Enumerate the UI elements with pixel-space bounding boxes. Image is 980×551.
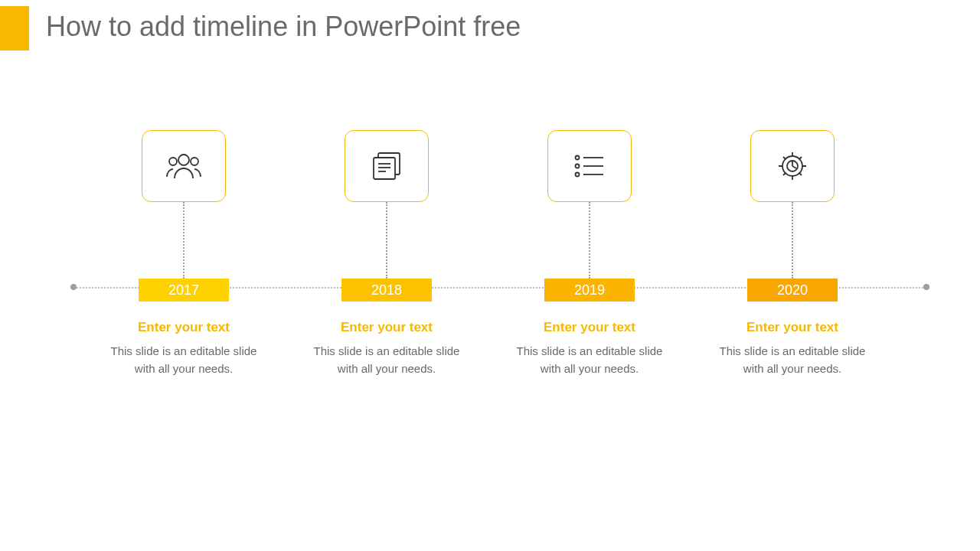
connector-line: [589, 202, 590, 279]
timeline-node: 2019 Enter your text This slide is an ed…: [505, 130, 674, 377]
connector-line: [183, 202, 185, 279]
gear-icon: [776, 149, 809, 183]
icon-box: [142, 130, 226, 202]
year-badge: 2020: [747, 279, 838, 302]
svg-point-1: [169, 158, 177, 165]
svg-point-10: [576, 165, 580, 168]
svg-line-17: [792, 166, 796, 168]
item-heading: Enter your text: [505, 320, 674, 335]
item-body: This slide is an editable slide with all…: [708, 343, 877, 377]
svg-rect-4: [374, 158, 395, 179]
svg-point-8: [576, 156, 580, 160]
year-badge: 2018: [341, 279, 432, 302]
svg-point-12: [576, 173, 580, 177]
connector-line: [792, 202, 793, 279]
timeline-node: 2018 Enter your text This slide is an ed…: [302, 130, 471, 377]
timeline-node: 2017 Enter your text This slide is an ed…: [100, 130, 268, 377]
svg-point-0: [178, 155, 189, 165]
axis-end-dot: [923, 284, 929, 290]
document-icon: [369, 150, 404, 182]
people-icon: [165, 151, 203, 181]
icon-box: [345, 130, 429, 202]
list-icon: [573, 153, 606, 179]
page-title: How to add timeline in PowerPoint free: [46, 11, 521, 43]
item-body: This slide is an editable slide with all…: [100, 343, 268, 377]
year-badge: 2019: [544, 279, 635, 302]
item-heading: Enter your text: [100, 320, 268, 335]
item-body: This slide is an editable slide with all…: [302, 343, 471, 377]
connector-line: [386, 202, 387, 279]
icon-box: [547, 130, 632, 202]
icon-box: [750, 130, 835, 202]
axis-start-dot: [70, 284, 77, 290]
item-heading: Enter your text: [708, 320, 877, 335]
title-accent: [0, 6, 29, 51]
year-badge: 2017: [139, 279, 229, 302]
item-body: This slide is an editable slide with all…: [505, 343, 674, 377]
svg-point-2: [191, 158, 198, 165]
item-heading: Enter your text: [302, 320, 471, 335]
timeline-node: 2020 Enter your text This slide is an ed…: [708, 130, 877, 377]
timeline: 2017 Enter your text This slide is an ed…: [0, 130, 980, 452]
